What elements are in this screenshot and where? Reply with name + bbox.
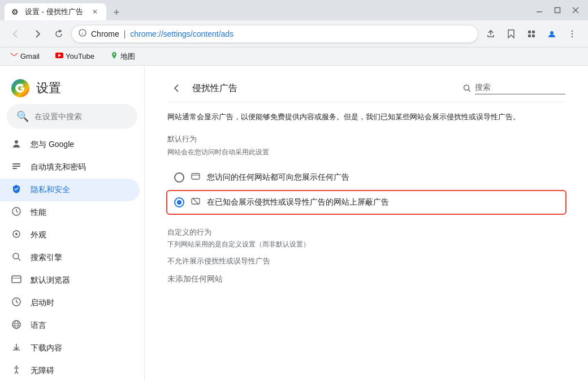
- addressbar: i Chrome | chrome://settings/content/ads: [0, 20, 588, 47]
- settings-search-bar[interactable]: 🔍: [7, 104, 137, 129]
- bookmark-gmail[interactable]: Gmail: [7, 50, 43, 62]
- window-controls: [531, 2, 583, 18]
- language-icon: [11, 319, 21, 332]
- new-tab-button[interactable]: +: [109, 5, 124, 20]
- google-logo: [11, 79, 29, 97]
- svg-point-20: [15, 140, 18, 144]
- forward-button[interactable]: [28, 25, 46, 43]
- bookmark-maps-label: 地图: [120, 51, 135, 62]
- radio-option-allow[interactable]: 您访问的任何网站都可向您展示任何广告: [167, 166, 565, 189]
- url-text: Chrome | chrome://settings/content/ads: [91, 29, 471, 38]
- default-behavior-sub: 网站会在您访问时自动采用此设置: [167, 148, 565, 157]
- share-button[interactable]: [482, 25, 500, 43]
- content-back-button[interactable]: [167, 79, 185, 97]
- extensions-button[interactable]: [522, 25, 541, 43]
- svg-point-35: [16, 365, 18, 367]
- lock-icon: i: [79, 29, 87, 38]
- close-button[interactable]: [568, 2, 583, 18]
- svg-rect-22: [12, 166, 20, 167]
- sidebar-item-language-label: 语言: [31, 321, 46, 331]
- svg-point-26: [15, 233, 18, 235]
- main-layout: 设置 🔍 您与 Google 自动填充和密码 隐私和安全: [0, 66, 588, 381]
- sidebar-item-autofill[interactable]: 自动填充和密码: [0, 156, 140, 179]
- content-area: 侵扰性广告 搜索 网站通常会显示广告，以便能够免费提供内容或服务。但是，我们已知…: [145, 66, 588, 381]
- menu-button[interactable]: [563, 25, 581, 43]
- sidebar-item-language[interactable]: 语言: [0, 314, 140, 337]
- sidebar-item-performance[interactable]: 性能: [0, 201, 140, 224]
- sidebar-item-browser[interactable]: 默认浏览器: [0, 269, 140, 292]
- option2-label: 在已知会展示侵扰性或误导性广告的网站上屏蔽广告: [207, 197, 389, 207]
- bookmark-button[interactable]: [502, 25, 520, 43]
- sidebar-item-startup-label: 启动时: [31, 298, 54, 308]
- sidebar-item-accessibility[interactable]: 无障碍: [0, 360, 140, 381]
- svg-point-27: [13, 253, 19, 259]
- bookmark-maps[interactable]: 地图: [107, 50, 139, 63]
- svg-point-18: [114, 54, 115, 55]
- svg-rect-7: [528, 31, 531, 33]
- svg-rect-1: [555, 8, 560, 13]
- titlebar: ⚙ 设置 - 侵扰性广告 ✕ +: [0, 0, 588, 20]
- bookmark-youtube[interactable]: YouTube: [52, 50, 98, 62]
- svg-rect-23: [12, 168, 17, 169]
- radio-circle-allow: [174, 172, 184, 183]
- sidebar-item-startup[interactable]: 启动时: [0, 292, 140, 314]
- reload-button[interactable]: [50, 25, 68, 43]
- accessibility-icon: [11, 365, 21, 378]
- svg-rect-21: [12, 163, 20, 164]
- svg-point-37: [464, 85, 469, 90]
- empty-state-label: 未添加任何网站: [167, 270, 565, 289]
- svg-point-31: [12, 321, 20, 328]
- svg-rect-29: [12, 276, 21, 283]
- option2-icon: [191, 197, 200, 208]
- toolbar-actions: [482, 25, 581, 43]
- svg-rect-8: [532, 31, 535, 33]
- page-header: 侵扰性广告 搜索: [167, 79, 565, 102]
- content-search-label: 搜索: [475, 83, 565, 94]
- svg-point-32: [15, 321, 18, 328]
- search-icon: 🔍: [16, 110, 29, 123]
- svg-text:i: i: [82, 31, 83, 36]
- settings-title: 设置: [36, 80, 61, 97]
- back-button[interactable]: [7, 25, 25, 43]
- sidebar-item-google[interactable]: 您与 Google: [0, 133, 140, 156]
- sidebar-item-appearance[interactable]: 外观: [0, 224, 140, 246]
- bookmark-gmail-label: Gmail: [20, 52, 40, 60]
- sidebar-item-downloads[interactable]: 下载内容: [0, 337, 140, 360]
- option1-label: 您访问的任何网站都可向您展示任何广告: [207, 172, 349, 183]
- description-text: 网站通常会显示广告，以便能够免费提供内容或服务。但是，我们已知某些网站会展示侵扰…: [167, 111, 565, 123]
- sidebar-item-privacy[interactable]: 隐私和安全: [0, 179, 140, 201]
- tab-close-button[interactable]: ✕: [90, 7, 100, 16]
- shield-icon: [11, 184, 21, 197]
- minimize-button[interactable]: [531, 2, 547, 18]
- profile-button[interactable]: [543, 25, 561, 43]
- sidebar-item-google-label: 您与 Google: [31, 140, 74, 150]
- url-bar[interactable]: i Chrome | chrome://settings/content/ads: [71, 25, 478, 43]
- sidebar: 设置 🔍 您与 Google 自动填充和密码 隐私和安全: [0, 66, 145, 381]
- content-inner: 侵扰性广告 搜索 网站通常会显示广告，以便能够免费提供内容或服务。但是，我们已知…: [145, 66, 588, 302]
- gmail-icon: [10, 51, 18, 61]
- block-section-title: 不允许展示侵扰性或误导性广告: [167, 256, 565, 266]
- settings-header: 设置: [0, 70, 144, 104]
- page-title: 侵扰性广告: [192, 83, 237, 94]
- sidebar-item-autofill-label: 自动填充和密码: [31, 162, 86, 172]
- url-separator: |: [124, 29, 126, 38]
- sidebar-item-search[interactable]: 搜索引擎: [0, 246, 140, 269]
- sidebar-item-accessibility-label: 无障碍: [31, 366, 54, 376]
- bookmark-youtube-label: YouTube: [66, 52, 94, 60]
- active-tab[interactable]: ⚙ 设置 - 侵扰性广告 ✕: [5, 3, 106, 20]
- radio-option-block[interactable]: 在已知会展示侵扰性或误导性广告的网站上屏蔽广告: [167, 191, 565, 214]
- restore-button[interactable]: [550, 2, 565, 18]
- url-path: chrome://settings/content/ads: [130, 29, 234, 38]
- svg-marker-6: [508, 30, 514, 38]
- tab-title: 设置 - 侵扰性广告: [25, 7, 86, 17]
- settings-search-input[interactable]: [34, 112, 133, 121]
- youtube-icon: [55, 51, 63, 61]
- option1-icon: [191, 172, 200, 183]
- bookmarks-bar: Gmail YouTube 地图: [0, 47, 588, 66]
- default-browser-icon: [11, 274, 21, 287]
- person-icon: [11, 138, 21, 151]
- content-search[interactable]: 搜索: [462, 83, 565, 94]
- back-row: 侵扰性广告: [167, 79, 237, 97]
- svg-line-28: [18, 258, 20, 261]
- autofill-icon: [11, 161, 21, 174]
